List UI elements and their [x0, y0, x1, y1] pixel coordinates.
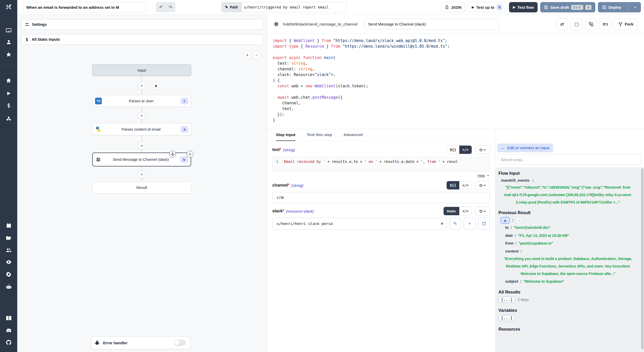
step-code-editor[interactable]: import { WebClient } from "https://deno.…	[267, 34, 644, 129]
flow-node-parses-to-json[interactable]: TS Parses to Json c	[92, 95, 191, 107]
plus-icon: +	[140, 144, 143, 148]
add-step-button[interactable]: +	[138, 82, 146, 90]
error-handler-toggle[interactable]	[174, 340, 186, 346]
collapse-button[interactable]: -	[516, 217, 522, 223]
discord-icon[interactable]	[6, 328, 12, 334]
code-mode-button[interactable]: </>	[459, 181, 472, 189]
prop-row[interactable]: subject:"Welcome to Supabase"	[505, 278, 637, 286]
template-mode-button[interactable]: ${}	[447, 181, 459, 189]
edit-resource-button[interactable]: ✎	[449, 218, 461, 230]
path-input[interactable]	[241, 2, 347, 12]
prop-row[interactable]: date:"Fri, Apr 14, 2023 at 10:28 AM"	[505, 232, 637, 240]
code-mode-button[interactable]: </>	[459, 146, 472, 154]
runs-play-icon[interactable]	[6, 90, 12, 96]
variables-expand-chip[interactable]: {...}	[498, 315, 515, 321]
groups-users-icon[interactable]	[6, 247, 12, 253]
home-icon[interactable]	[6, 77, 12, 83]
connect-input-button[interactable]	[475, 207, 490, 215]
deploy-label: Deploy	[608, 5, 621, 10]
prop-row[interactable]: to:"henri@windmill.dev"	[505, 224, 637, 232]
refresh-resource-button[interactable]	[478, 218, 490, 230]
deploy-button[interactable]: Deploy	[598, 2, 625, 12]
static-mode-button[interactable]: Static	[444, 207, 459, 215]
channel-input[interactable]	[272, 192, 490, 203]
stop-after-button[interactable]: ▢	[571, 18, 582, 30]
flow-settings-button[interactable]: Settings	[21, 19, 263, 30]
user-icon[interactable]	[6, 39, 12, 45]
folders-icon[interactable]	[6, 235, 12, 241]
code-mode-button[interactable]: </>	[459, 207, 472, 215]
workers-robot-icon[interactable]	[6, 284, 12, 290]
git-fork-icon	[618, 22, 623, 26]
flow-node-parses-content[interactable]: Parses content of email a	[92, 123, 191, 135]
zoom-out-button[interactable]: −	[253, 52, 260, 59]
audit-eye-icon[interactable]	[6, 259, 12, 265]
deploy-dropdown-button[interactable]	[630, 2, 641, 12]
flow-node-send-message-selected[interactable]: Send Message to Channel (slack) b	[92, 153, 191, 166]
add-resource-button[interactable]: +	[464, 218, 476, 230]
prop-value: "henri@windmill.dev"	[514, 224, 550, 232]
move-icon	[171, 152, 175, 156]
template-mode-button[interactable]: ${}	[447, 146, 459, 154]
add-step-button[interactable]: +	[138, 171, 146, 178]
flow-input-heading: Flow Input	[498, 171, 637, 176]
all-results-expand-chip[interactable]: {...}	[498, 297, 515, 303]
previous-result-badge-row: a : -	[501, 217, 637, 224]
flow-node-result[interactable]: Result	[92, 182, 191, 194]
path-edit-button[interactable]: ✎ Path	[221, 2, 241, 12]
keyboard-shortcuts-icon[interactable]	[6, 27, 12, 33]
trigger-bolt-button[interactable]	[152, 82, 160, 90]
windmill-logo[interactable]	[0, 0, 17, 15]
tab-advanced[interactable]: Advanced	[344, 129, 363, 141]
clear-resource-button[interactable]: ✕	[440, 221, 444, 226]
flow-input-value[interactable]: "[{"event":"inbound","ts":1683819426,"ms…	[502, 184, 634, 206]
redo-button[interactable]: ↷	[166, 3, 175, 12]
prop-search-input[interactable]	[497, 154, 641, 165]
edit-or-connect-button[interactable]: ← Edit or connect an input	[497, 144, 553, 152]
resources-spinner-icon[interactable]	[6, 115, 12, 122]
flow-node-input[interactable]: Input	[92, 64, 191, 76]
flow-graph-panel: Settings All Static Inputs + − Input + T…	[17, 15, 267, 352]
suspend-call-button[interactable]	[585, 18, 597, 30]
docs-book-icon[interactable]	[6, 315, 12, 321]
star-icon[interactable]	[6, 51, 12, 57]
tab-step-input[interactable]: Step Input	[276, 129, 295, 141]
prop-row[interactable]: from:"paul@supabase.io"	[505, 239, 637, 247]
delete-node-button[interactable]: ✕	[187, 151, 193, 157]
fork-button[interactable]: Fork	[614, 18, 638, 30]
test-up-to-button[interactable]: ▶ Test up to b	[468, 2, 506, 12]
save-draft-button[interactable]: Save draft Ctrl S	[540, 2, 595, 12]
settings-gear-icon[interactable]	[6, 271, 12, 277]
colon: :	[515, 232, 516, 239]
test-flow-button[interactable]: ▶ Test flow	[509, 2, 538, 12]
flow-input-key-row[interactable]: mandrill_events :	[501, 178, 637, 183]
variables-dollar-icon[interactable]	[6, 103, 12, 109]
sleep-bed-button[interactable]	[599, 18, 611, 30]
undo-button[interactable]: ↶	[156, 3, 166, 12]
connect-input-button[interactable]	[475, 181, 490, 190]
github-icon[interactable]	[6, 339, 12, 346]
json-button[interactable]: JSON	[441, 2, 465, 12]
add-step-button[interactable]: +	[138, 112, 146, 120]
zoom-in-button[interactable]: +	[244, 52, 251, 59]
add-step-button[interactable]: +	[138, 142, 146, 150]
prop-value: "Welcome to Supabase"	[523, 278, 564, 286]
prop-row[interactable]: content:	[505, 247, 637, 255]
prop-value: "Fri, Apr 14, 2023 at 10:28 AM"	[518, 232, 569, 240]
content-value[interactable]: "Everything you need to build a product:…	[502, 255, 634, 278]
move-node-handle[interactable]	[169, 151, 176, 157]
result-a-chip[interactable]: a	[501, 217, 510, 224]
tab-test-this-step[interactable]: Test this step	[307, 129, 332, 141]
all-static-inputs-button[interactable]: All Static Inputs	[21, 34, 263, 45]
schedules-calendar-icon[interactable]	[6, 222, 12, 229]
slack-icon	[273, 21, 279, 27]
help-link[interactable]: Help	[478, 174, 485, 178]
swap-arrows-button[interactable]: ⇄	[556, 18, 568, 30]
text-expression-editor[interactable]: 1 `Email received by ` + results.a.to + …	[272, 157, 490, 171]
connect-input-button[interactable]	[475, 145, 490, 154]
step-summary-input[interactable]	[364, 19, 499, 30]
scrollbar[interactable]	[641, 168, 643, 349]
flow-title-input[interactable]	[23, 2, 146, 12]
slack-resource-input[interactable]	[272, 218, 447, 230]
error-handler-bar[interactable]: Error handler	[91, 336, 191, 349]
